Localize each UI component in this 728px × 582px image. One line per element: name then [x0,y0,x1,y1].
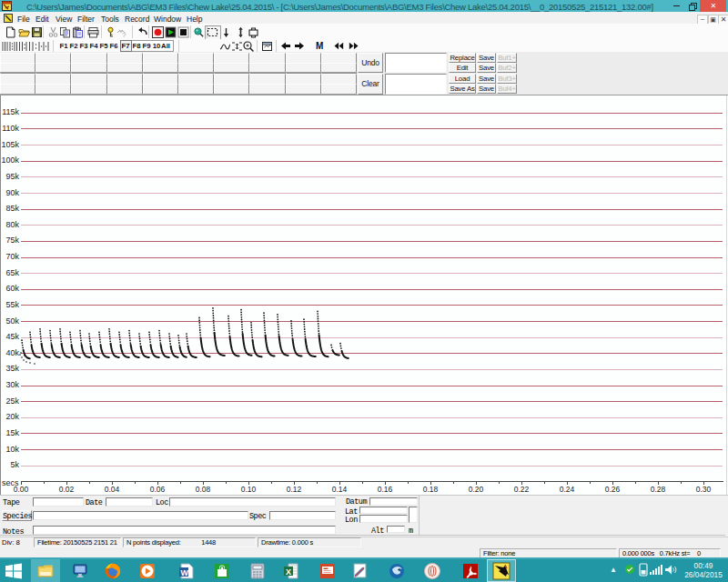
svg-text:X: X [286,567,291,577]
svg-text:W: W [181,568,189,577]
